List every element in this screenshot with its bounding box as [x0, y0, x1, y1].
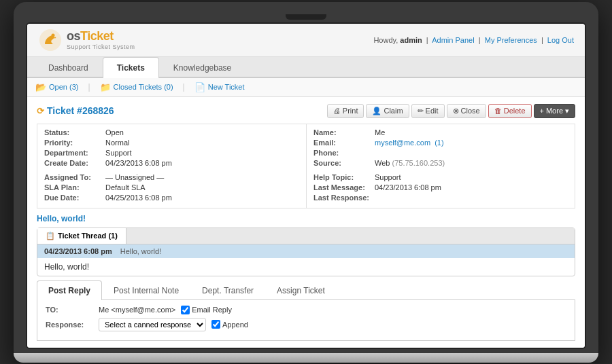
thread-entry-header: 04/23/2013 6:08 pm Hello, world!	[37, 244, 575, 258]
help-topic-label: Help Topic:	[313, 173, 375, 181]
to-value: Me <myself@me.com>	[99, 306, 175, 314]
thread-tab-active[interactable]: 📋 Ticket Thread (1)	[37, 228, 126, 244]
reply-tab-transfer[interactable]: Dept. Transfer	[190, 280, 265, 300]
reply-tab-assign[interactable]: Assign Ticket	[265, 280, 337, 300]
status-row: Status: Open	[44, 128, 299, 136]
refresh-icon: ⟳	[37, 106, 44, 116]
sub-nav: 📂 Open (3) | 📁 Closed Tickets (0) | 📄 Ne…	[27, 78, 585, 97]
dept-value: Support	[105, 149, 132, 157]
response-row: Response: Select a canned response Appen…	[46, 318, 566, 331]
canned-response-select[interactable]: Select a canned response	[99, 318, 206, 331]
logo-area: osTicket Support Ticket System	[38, 28, 135, 52]
chevron-down-icon: ▾	[565, 107, 569, 115]
delete-icon: 🗑	[494, 107, 502, 115]
logo-text: osTicket Support Ticket System	[67, 29, 135, 50]
reply-tab-internal[interactable]: Post Internal Note	[102, 280, 190, 300]
help-topic-row: Help Topic: Support	[313, 173, 568, 181]
tab-knowledgebase[interactable]: Knowledgebase	[159, 57, 245, 78]
reply-tabs: Post Reply Post Internal Note Dept. Tran…	[37, 280, 575, 300]
last-msg-label: Last Message:	[313, 183, 375, 192]
sla-value: Default SLA	[105, 183, 146, 192]
email-reply-label: Email Reply	[192, 306, 232, 314]
status-label: Status:	[44, 128, 105, 136]
priority-row: Priority: Normal	[44, 139, 299, 147]
reply-tab-post[interactable]: Post Reply	[37, 280, 102, 300]
email-label: Email:	[313, 139, 375, 147]
new-ticket-icon: 📄	[194, 82, 205, 92]
logo-sub: Support Ticket System	[67, 43, 135, 50]
email-count-link[interactable]: (1)	[435, 139, 443, 147]
thread-tabs: 📋 Ticket Thread (1)	[37, 228, 575, 244]
thread-tab-icon: 📋	[46, 232, 55, 240]
thread-entry-body: Hello, world!	[37, 258, 575, 276]
laptop-base	[14, 353, 598, 363]
due-row: Due Date: 04/25/2013 6:08 pm	[44, 194, 299, 202]
to-label: TO:	[46, 306, 93, 314]
ticket-actions: 🖨 Print 👤 Claim ✏ Edit ⊗ Close	[327, 104, 575, 118]
thread-container: 📋 Ticket Thread (1) 04/23/2013 6:08 pm H…	[37, 228, 575, 276]
email-link[interactable]: myself@me.com	[375, 139, 430, 147]
top-bar: osTicket Support Ticket System Howdy, ad…	[27, 24, 585, 57]
phone-row: Phone:	[313, 149, 568, 157]
delete-button[interactable]: 🗑 Delete	[488, 104, 532, 118]
thread-entry-preview: Hello, world!	[120, 247, 162, 255]
ticket-subject: Hello, world!	[37, 214, 575, 223]
help-topic-value: Support	[375, 173, 401, 181]
admin-panel-link[interactable]: Admin Panel	[432, 36, 474, 44]
priority-label: Priority:	[44, 139, 105, 147]
create-value: 04/23/2013 6:08 pm	[105, 159, 172, 167]
top-links: Howdy, admin | Admin Panel | My Preferen…	[373, 36, 574, 44]
sla-row: SLA Plan: Default SLA	[44, 183, 299, 192]
dept-label: Department:	[44, 149, 105, 157]
last-resp-label: Last Response:	[313, 194, 375, 202]
last-resp-row: Last Response:	[313, 194, 568, 202]
folder-open-icon: 📂	[35, 82, 46, 92]
ticket-title: ⟳ Ticket #268826	[37, 105, 114, 116]
source-value: Web (75.75.160.253)	[375, 159, 445, 167]
edit-button[interactable]: ✏ Edit	[411, 104, 445, 118]
append-wrap: Append	[211, 320, 248, 329]
new-ticket-link[interactable]: 📄 New Ticket	[194, 82, 245, 92]
email-reply-wrap: Email Reply	[181, 306, 232, 314]
ticket-header: ⟳ Ticket #268826 🖨 Print 👤 Claim ✏ Edit	[37, 104, 575, 118]
append-label: Append	[222, 321, 248, 329]
name-value: Me	[375, 128, 385, 136]
claim-button[interactable]: 👤 Claim	[366, 104, 409, 118]
status-value: Open	[105, 128, 124, 136]
edit-icon: ✏	[418, 107, 424, 115]
info-grid: Status: Open Priority: Normal Department…	[37, 124, 575, 208]
info-left: Status: Open Priority: Normal Department…	[37, 124, 306, 208]
print-button[interactable]: 🖨 Print	[327, 104, 364, 118]
priority-value: Normal	[105, 139, 129, 147]
logout-link[interactable]: Log Out	[547, 36, 574, 44]
assigned-value: — Unassigned —	[105, 173, 164, 181]
dept-row: Department: Support	[44, 149, 299, 157]
phone-label: Phone:	[313, 149, 375, 157]
assigned-row: Assigned To: — Unassigned —	[44, 173, 299, 181]
tab-tickets[interactable]: Tickets	[103, 57, 159, 78]
reply-section: Post Reply Post Internal Note Dept. Tran…	[37, 280, 575, 341]
source-label: Source:	[313, 159, 375, 167]
more-icon: +	[540, 107, 544, 115]
assigned-label: Assigned To:	[44, 173, 105, 181]
closed-tickets-link[interactable]: 📁 Closed Tickets (0)	[100, 82, 173, 92]
name-row: Name: Me	[313, 128, 568, 136]
response-label: Response:	[46, 321, 93, 329]
create-row: Create Date: 04/23/2013 6:08 pm	[44, 159, 299, 167]
open-tickets-link[interactable]: 📂 Open (3)	[35, 82, 78, 92]
last-msg-row: Last Message: 04/23/2013 6:08 pm	[313, 183, 568, 192]
sla-label: SLA Plan:	[44, 183, 105, 192]
email-value: myself@me.com (1)	[375, 139, 444, 147]
source-row: Source: Web (75.75.160.253)	[313, 159, 568, 167]
create-label: Create Date:	[44, 159, 105, 167]
to-row: TO: Me <myself@me.com> Email Reply	[46, 306, 566, 314]
more-button[interactable]: + More ▾	[534, 104, 576, 118]
tab-dashboard[interactable]: Dashboard	[34, 57, 103, 78]
content-area: ⟳ Ticket #268826 🖨 Print 👤 Claim ✏ Edit	[27, 97, 585, 348]
logo-icon	[38, 28, 63, 52]
my-preferences-link[interactable]: My Preferences	[485, 36, 537, 44]
close-button[interactable]: ⊗ Close	[447, 104, 486, 118]
email-row: Email: myself@me.com (1)	[313, 139, 568, 147]
append-checkbox[interactable]	[211, 320, 220, 329]
email-reply-checkbox[interactable]	[181, 306, 190, 314]
